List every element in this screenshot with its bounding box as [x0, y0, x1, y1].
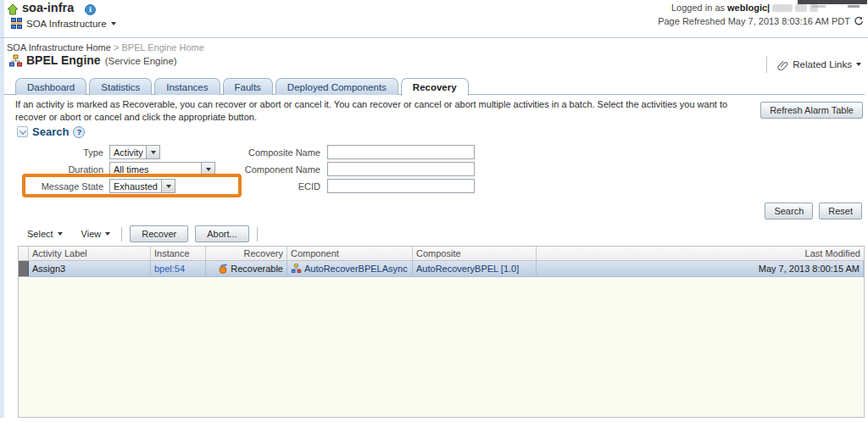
column-recovery[interactable]: Recovery — [206, 247, 287, 260]
cell-instance-link: bpel:54 — [151, 261, 206, 276]
component-name-field-row: Component Name — [227, 162, 475, 176]
breadcrumb-current: BPEL Engine Home — [121, 42, 203, 53]
page-refreshed-label: Page Refreshed May 7, 2013 8:03:16 AM PD… — [658, 16, 850, 26]
soa-infrastructure-icon — [11, 18, 22, 29]
recovery-description: If an activity is marked as Recoverable,… — [15, 98, 756, 123]
message-state-select[interactable]: Exhausted — [109, 179, 175, 193]
message-state-field-row: Message State Exhausted — [23, 179, 175, 193]
target-name: soa-infra — [22, 1, 74, 14]
ecid-field-row: ECID — [227, 179, 475, 193]
paperclip-icon — [777, 59, 788, 70]
page-subtitle: (Service Engine) — [105, 56, 177, 66]
header-divider — [0, 37, 868, 38]
bpel-engine-recovery-page: soa-infra SOA Infrastructure Logged in a… — [0, 0, 868, 422]
cell-component: AutoRecoverBPELAsync — [287, 261, 413, 276]
page-title: BPEL Engine(Service Engine) — [26, 53, 177, 67]
recover-button[interactable]: Recover — [130, 225, 188, 242]
table-row[interactable]: Assign3 bpel:54 Recoverable AutoRecoverB… — [19, 261, 864, 277]
ecid-input[interactable] — [327, 179, 475, 193]
duration-select[interactable]: All times — [109, 162, 215, 176]
logged-in-prefix: Logged in as — [671, 3, 725, 13]
tab-deployed-components[interactable]: Deployed Components — [275, 78, 398, 95]
reset-button[interactable]: Reset — [819, 203, 862, 219]
cell-last-modified: May 7, 2013 8:00:15 AM — [537, 261, 864, 276]
type-select[interactable]: Activity — [109, 145, 160, 159]
context-menu-label: SOA Infrastructure — [26, 19, 107, 29]
logged-in-status: Logged in as weblogic| — [671, 3, 818, 13]
table-header-row: Activity Label Instance Recovery Compone… — [19, 247, 864, 261]
recoverable-icon — [219, 264, 228, 274]
redacted-text — [772, 4, 793, 12]
component-name-label: Component Name — [227, 164, 320, 175]
refresh-alarm-table-button[interactable]: Refresh Alarm Table — [760, 102, 863, 119]
duration-field-row: Duration All times — [23, 162, 215, 176]
view-menu-label: View — [81, 229, 102, 239]
info-icon[interactable] — [85, 4, 96, 15]
message-state-select-value: Exhausted — [110, 180, 161, 192]
recovery-state-text: Recoverable — [231, 264, 283, 274]
type-label: Type — [23, 147, 103, 158]
chevron-down-icon — [856, 63, 861, 66]
search-section-header: Search — [17, 125, 85, 138]
dropdown-arrow-icon[interactable] — [146, 146, 159, 158]
composite-name-input[interactable] — [327, 145, 475, 159]
search-button[interactable]: Search — [765, 203, 813, 219]
dropdown-arrow-icon[interactable] — [161, 180, 175, 192]
table-toolbar: Select View Recover Abort... — [24, 225, 265, 243]
composite-link[interactable]: AutoRecoveryBPEL [1.0] — [416, 264, 519, 274]
context-menu[interactable]: SOA Infrastructure — [11, 18, 116, 29]
column-component[interactable]: Component — [287, 247, 413, 260]
recovery-table: Activity Label Instance Recovery Compone… — [18, 246, 865, 418]
cell-activity-label: Assign3 — [29, 261, 151, 276]
search-title: Search — [32, 125, 69, 138]
help-icon[interactable] — [73, 126, 85, 138]
dropdown-arrow-icon[interactable] — [201, 163, 214, 175]
chevron-down-icon — [105, 232, 110, 236]
tab-faults[interactable]: Faults — [223, 78, 273, 95]
collapse-disclosure-icon[interactable] — [17, 126, 28, 137]
row-selector[interactable] — [19, 261, 29, 276]
abort-button[interactable]: Abort... — [195, 225, 248, 242]
column-composite[interactable]: Composite — [413, 247, 537, 260]
bpel-engine-icon — [8, 54, 23, 68]
redacted-text — [795, 4, 807, 12]
tab-statistics[interactable]: Statistics — [89, 78, 152, 95]
tab-recovery[interactable]: Recovery — [401, 78, 469, 96]
select-menu[interactable]: Select — [24, 227, 66, 241]
select-menu-label: Select — [27, 229, 53, 239]
tab-dashboard[interactable]: Dashboard — [15, 78, 86, 95]
view-menu[interactable]: View — [78, 227, 114, 241]
related-links-label: Related Links — [793, 59, 852, 69]
breadcrumb-separator: > — [114, 42, 119, 53]
toolbar-divider — [257, 227, 258, 242]
refresh-icon[interactable] — [854, 16, 864, 26]
table-empty-area — [19, 277, 864, 417]
ecid-label: ECID — [227, 181, 320, 192]
cell-composite: AutoRecoveryBPEL [1.0] — [413, 261, 537, 276]
breadcrumb: SOA Infrastructure Home > BPEL Engine Ho… — [7, 42, 204, 53]
tab-bar: Dashboard Statistics Instances Faults De… — [15, 75, 471, 95]
page-title-text: BPEL Engine — [26, 53, 101, 67]
home-up-arrow-icon — [7, 3, 19, 15]
column-instance[interactable]: Instance — [151, 247, 206, 260]
chevron-down-icon — [111, 22, 116, 25]
tab-instances[interactable]: Instances — [154, 78, 220, 95]
message-state-label: Message State — [23, 181, 103, 192]
duration-select-value: All times — [110, 163, 201, 175]
redaction-mark — [812, 5, 826, 8]
type-field-row: Type Activity — [23, 145, 160, 159]
instance-link[interactable]: bpel:54 — [154, 264, 185, 274]
page-refreshed-status: Page Refreshed May 7, 2013 8:03:16 AM PD… — [658, 16, 864, 26]
column-last-modified[interactable]: Last Modified — [537, 247, 864, 260]
search-action-buttons: Search Reset — [765, 203, 862, 219]
divider — [766, 56, 767, 73]
duration-label: Duration — [23, 164, 103, 175]
related-links-menu[interactable]: Related Links — [766, 56, 861, 73]
component-name-input[interactable] — [327, 162, 475, 176]
row-selector-header — [19, 247, 29, 260]
component-link[interactable]: AutoRecoverBPELAsync — [304, 264, 408, 274]
column-activity-label[interactable]: Activity Label — [29, 247, 151, 260]
toolbar-divider — [121, 227, 122, 242]
breadcrumb-parent-link[interactable]: SOA Infrastructure Home — [7, 42, 111, 53]
composite-name-field-row: Composite Name — [227, 145, 475, 159]
